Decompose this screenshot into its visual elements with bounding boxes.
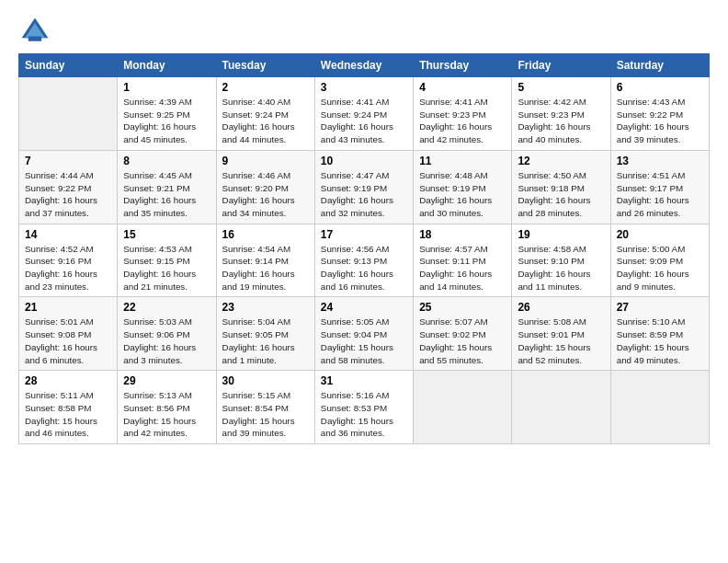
- day-info: Sunrise: 5:05 AM Sunset: 9:04 PM Dayligh…: [321, 316, 407, 366]
- calendar-cell: 26Sunrise: 5:08 AM Sunset: 9:01 PM Dayli…: [512, 297, 610, 371]
- calendar-cell: 11Sunrise: 4:48 AM Sunset: 9:19 PM Dayli…: [414, 150, 512, 224]
- day-info: Sunrise: 4:56 AM Sunset: 9:13 PM Dayligh…: [321, 243, 407, 293]
- day-info: Sunrise: 4:41 AM Sunset: 9:24 PM Dayligh…: [321, 96, 407, 146]
- day-info: Sunrise: 5:15 AM Sunset: 8:54 PM Dayligh…: [222, 389, 309, 440]
- day-info: Sunrise: 5:16 AM Sunset: 8:53 PM Dayligh…: [321, 389, 407, 440]
- day-info: Sunrise: 4:46 AM Sunset: 9:20 PM Dayligh…: [222, 169, 309, 220]
- day-info: Sunrise: 4:57 AM Sunset: 9:11 PM Dayligh…: [419, 243, 506, 293]
- calendar-cell: 10Sunrise: 4:47 AM Sunset: 9:19 PM Dayli…: [314, 150, 413, 224]
- day-info: Sunrise: 5:00 AM Sunset: 9:09 PM Dayligh…: [617, 243, 703, 293]
- day-number: 5: [518, 81, 604, 94]
- weekday-header: Wednesday: [314, 54, 413, 77]
- calendar-header-row: SundayMondayTuesdayWednesdayThursdayFrid…: [19, 54, 710, 77]
- day-number: 12: [518, 155, 604, 167]
- calendar-cell: 24Sunrise: 5:05 AM Sunset: 9:04 PM Dayli…: [314, 297, 413, 371]
- calendar-cell: 17Sunrise: 4:56 AM Sunset: 9:13 PM Dayli…: [314, 224, 413, 297]
- weekday-header: Sunday: [19, 54, 118, 77]
- day-info: Sunrise: 4:41 AM Sunset: 9:23 PM Dayligh…: [419, 96, 506, 146]
- day-number: 8: [123, 155, 210, 167]
- calendar-cell: 1Sunrise: 4:39 AM Sunset: 9:25 PM Daylig…: [118, 77, 216, 151]
- day-info: Sunrise: 5:04 AM Sunset: 9:05 PM Dayligh…: [222, 316, 309, 366]
- day-number: 25: [419, 301, 506, 314]
- calendar-cell: 13Sunrise: 4:51 AM Sunset: 9:17 PM Dayli…: [610, 150, 709, 224]
- day-number: 29: [123, 374, 210, 387]
- calendar-cell: 5Sunrise: 4:42 AM Sunset: 9:23 PM Daylig…: [512, 77, 610, 151]
- day-info: Sunrise: 4:51 AM Sunset: 9:17 PM Dayligh…: [617, 169, 703, 220]
- day-number: 31: [321, 374, 407, 387]
- calendar-cell: 28Sunrise: 5:11 AM Sunset: 8:58 PM Dayli…: [19, 371, 118, 444]
- day-number: 17: [321, 228, 407, 241]
- calendar-cell: 20Sunrise: 5:00 AM Sunset: 9:09 PM Dayli…: [610, 224, 709, 297]
- weekday-header: Tuesday: [216, 54, 314, 77]
- svg-rect-2: [28, 36, 41, 40]
- calendar-cell: 16Sunrise: 4:54 AM Sunset: 9:14 PM Dayli…: [216, 224, 314, 297]
- day-info: Sunrise: 5:01 AM Sunset: 9:08 PM Dayligh…: [25, 316, 111, 366]
- day-number: 15: [123, 228, 210, 241]
- calendar-cell: 14Sunrise: 4:52 AM Sunset: 9:16 PM Dayli…: [19, 224, 118, 297]
- calendar-cell: [19, 77, 118, 151]
- calendar-cell: 18Sunrise: 4:57 AM Sunset: 9:11 PM Dayli…: [414, 224, 512, 297]
- day-info: Sunrise: 5:13 AM Sunset: 8:56 PM Dayligh…: [123, 389, 210, 440]
- day-info: Sunrise: 4:40 AM Sunset: 9:24 PM Dayligh…: [222, 96, 309, 146]
- calendar-cell: [512, 371, 610, 444]
- day-number: 7: [25, 155, 111, 167]
- day-info: Sunrise: 4:48 AM Sunset: 9:19 PM Dayligh…: [419, 169, 506, 220]
- calendar-cell: 7Sunrise: 4:44 AM Sunset: 9:22 PM Daylig…: [19, 150, 118, 224]
- weekday-header: Saturday: [610, 54, 709, 77]
- day-info: Sunrise: 4:50 AM Sunset: 9:18 PM Dayligh…: [518, 169, 604, 220]
- calendar-cell: 31Sunrise: 5:16 AM Sunset: 8:53 PM Dayli…: [314, 371, 413, 444]
- calendar-week-row: 14Sunrise: 4:52 AM Sunset: 9:16 PM Dayli…: [19, 224, 710, 297]
- weekday-header: Monday: [118, 54, 216, 77]
- day-number: 24: [321, 301, 407, 314]
- calendar-cell: 4Sunrise: 4:41 AM Sunset: 9:23 PM Daylig…: [414, 77, 512, 151]
- calendar-cell: 15Sunrise: 4:53 AM Sunset: 9:15 PM Dayli…: [118, 224, 216, 297]
- logo-icon: [18, 15, 51, 48]
- page-header: [18, 15, 710, 48]
- calendar-cell: 8Sunrise: 4:45 AM Sunset: 9:21 PM Daylig…: [118, 150, 216, 224]
- calendar-week-row: 7Sunrise: 4:44 AM Sunset: 9:22 PM Daylig…: [19, 150, 710, 224]
- day-number: 19: [518, 228, 604, 241]
- day-info: Sunrise: 4:44 AM Sunset: 9:22 PM Dayligh…: [25, 169, 111, 220]
- day-number: 1: [123, 81, 210, 94]
- calendar-cell: 30Sunrise: 5:15 AM Sunset: 8:54 PM Dayli…: [216, 371, 314, 444]
- calendar-week-row: 1Sunrise: 4:39 AM Sunset: 9:25 PM Daylig…: [19, 77, 710, 151]
- day-info: Sunrise: 4:52 AM Sunset: 9:16 PM Dayligh…: [25, 243, 111, 293]
- calendar-cell: 9Sunrise: 4:46 AM Sunset: 9:20 PM Daylig…: [216, 150, 314, 224]
- day-info: Sunrise: 4:47 AM Sunset: 9:19 PM Dayligh…: [321, 169, 407, 220]
- calendar-cell: 29Sunrise: 5:13 AM Sunset: 8:56 PM Dayli…: [118, 371, 216, 444]
- day-number: 9: [222, 155, 309, 167]
- calendar-cell: 6Sunrise: 4:43 AM Sunset: 9:22 PM Daylig…: [610, 77, 709, 151]
- day-number: 16: [222, 228, 309, 241]
- day-info: Sunrise: 5:03 AM Sunset: 9:06 PM Dayligh…: [123, 316, 210, 366]
- calendar-week-row: 21Sunrise: 5:01 AM Sunset: 9:08 PM Dayli…: [19, 297, 710, 371]
- day-number: 28: [25, 374, 111, 387]
- day-number: 13: [617, 155, 703, 167]
- calendar-week-row: 28Sunrise: 5:11 AM Sunset: 8:58 PM Dayli…: [19, 371, 710, 444]
- day-info: Sunrise: 4:45 AM Sunset: 9:21 PM Dayligh…: [123, 169, 210, 220]
- day-info: Sunrise: 4:43 AM Sunset: 9:22 PM Dayligh…: [617, 96, 703, 146]
- day-number: 30: [222, 374, 309, 387]
- day-info: Sunrise: 4:42 AM Sunset: 9:23 PM Dayligh…: [518, 96, 604, 146]
- day-number: 20: [617, 228, 703, 241]
- calendar-cell: 23Sunrise: 5:04 AM Sunset: 9:05 PM Dayli…: [216, 297, 314, 371]
- calendar-cell: 19Sunrise: 4:58 AM Sunset: 9:10 PM Dayli…: [512, 224, 610, 297]
- day-number: 18: [419, 228, 506, 241]
- day-number: 2: [222, 81, 309, 94]
- calendar-cell: 3Sunrise: 4:41 AM Sunset: 9:24 PM Daylig…: [314, 77, 413, 151]
- day-number: 10: [321, 155, 407, 167]
- day-info: Sunrise: 4:39 AM Sunset: 9:25 PM Dayligh…: [123, 96, 210, 146]
- day-info: Sunrise: 5:10 AM Sunset: 8:59 PM Dayligh…: [617, 316, 703, 366]
- day-info: Sunrise: 5:08 AM Sunset: 9:01 PM Dayligh…: [518, 316, 604, 366]
- calendar-cell: 25Sunrise: 5:07 AM Sunset: 9:02 PM Dayli…: [414, 297, 512, 371]
- day-number: 3: [321, 81, 407, 94]
- calendar-cell: 27Sunrise: 5:10 AM Sunset: 8:59 PM Dayli…: [610, 297, 709, 371]
- logo: [18, 15, 55, 48]
- day-number: 23: [222, 301, 309, 314]
- calendar-cell: 21Sunrise: 5:01 AM Sunset: 9:08 PM Dayli…: [19, 297, 118, 371]
- calendar-cell: 12Sunrise: 4:50 AM Sunset: 9:18 PM Dayli…: [512, 150, 610, 224]
- day-info: Sunrise: 4:58 AM Sunset: 9:10 PM Dayligh…: [518, 243, 604, 293]
- day-number: 6: [617, 81, 703, 94]
- calendar-cell: [610, 371, 709, 444]
- day-info: Sunrise: 5:07 AM Sunset: 9:02 PM Dayligh…: [419, 316, 506, 366]
- day-number: 21: [25, 301, 111, 314]
